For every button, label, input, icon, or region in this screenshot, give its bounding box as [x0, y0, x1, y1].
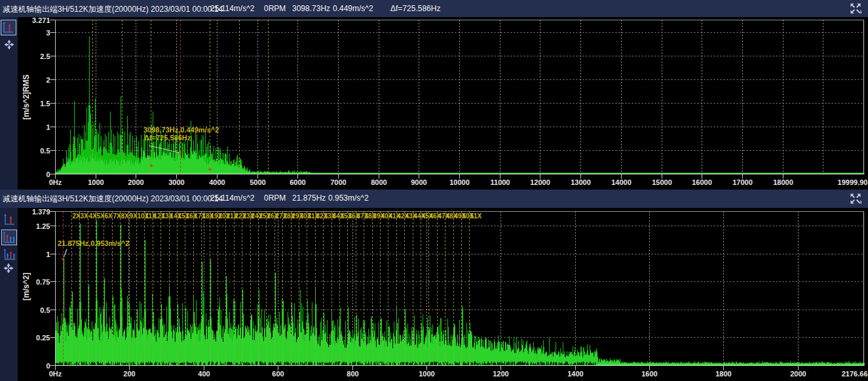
svg-text:0.25: 0.25 [36, 334, 50, 342]
svg-text:800: 800 [347, 370, 358, 378]
svg-text:4X: 4X [89, 212, 98, 220]
svg-text:16000: 16000 [692, 178, 712, 186]
svg-text:17000: 17000 [732, 178, 753, 186]
svg-text:2: 2 [46, 76, 50, 84]
svg-text:9000: 9000 [411, 178, 426, 186]
svg-text:3: 3 [46, 29, 50, 37]
svg-text:8X: 8X [121, 212, 130, 220]
svg-text:21.875Hz,0.953m/s^2: 21.875Hz,0.953m/s^2 [58, 239, 129, 247]
svg-text:5000: 5000 [250, 178, 265, 186]
svg-text:51X: 51X [470, 212, 482, 220]
svg-text:1200: 1200 [493, 370, 508, 378]
svg-text:1000: 1000 [88, 178, 104, 186]
svg-text:11000: 11000 [491, 178, 510, 186]
svg-text:8000: 8000 [371, 178, 387, 186]
svg-text:0Hz: 0Hz [49, 178, 62, 186]
svg-text:9X: 9X [130, 212, 138, 220]
svg-text:[m/s^2]RMS: [m/s^2]RMS [22, 74, 31, 119]
svg-text:0.5: 0.5 [40, 306, 50, 314]
svg-text:2000: 2000 [790, 370, 806, 378]
svg-text:18000: 18000 [773, 178, 793, 186]
svg-text:2X: 2X [73, 212, 81, 220]
svg-text:10000: 10000 [449, 178, 470, 186]
svg-text:7000: 7000 [330, 178, 346, 186]
svg-text:3.271: 3.271 [32, 17, 50, 24]
svg-text:1.5: 1.5 [40, 100, 50, 108]
svg-text:14000: 14000 [611, 178, 632, 186]
svg-text:2176.66: 2176.66 [842, 370, 868, 378]
svg-text:1.379: 1.379 [32, 208, 50, 216]
svg-text:6000: 6000 [290, 178, 305, 186]
svg-text:4000: 4000 [209, 178, 225, 186]
svg-text:Δf=725.586Hz: Δf=725.586Hz [144, 134, 191, 142]
svg-text:15000: 15000 [652, 178, 672, 186]
svg-text:1000: 1000 [419, 370, 434, 378]
svg-text:[m/s^2]: [m/s^2] [22, 273, 31, 300]
svg-text:0.75: 0.75 [36, 278, 50, 286]
svg-text:12000: 12000 [530, 178, 550, 186]
svg-text:1: 1 [46, 251, 50, 258]
svg-text:1600: 1600 [641, 370, 657, 378]
svg-text:0.5: 0.5 [40, 147, 50, 155]
svg-text:3098.73Hz,0.449m/s^2: 3098.73Hz,0.449m/s^2 [143, 126, 219, 134]
svg-text:1400: 1400 [567, 370, 583, 378]
svg-text:0: 0 [46, 170, 50, 178]
svg-text:0: 0 [46, 362, 50, 370]
svg-text:3X: 3X [81, 212, 89, 220]
svg-text:5X: 5X [97, 212, 105, 220]
svg-text:200: 200 [123, 370, 135, 378]
svg-text:6X: 6X [105, 212, 113, 220]
svg-text:2.5: 2.5 [40, 52, 50, 60]
svg-text:7X: 7X [113, 212, 122, 220]
svg-text:13000: 13000 [571, 178, 591, 186]
svg-text:1: 1 [46, 123, 50, 131]
svg-text:3000: 3000 [168, 178, 184, 186]
svg-text:600: 600 [272, 370, 284, 378]
svg-text:1.25: 1.25 [36, 222, 50, 230]
svg-text:19999.90: 19999.90 [838, 178, 868, 186]
svg-text:400: 400 [198, 370, 210, 378]
svg-text:0Hz: 0Hz [49, 370, 62, 378]
svg-text:1800: 1800 [715, 370, 731, 378]
svg-text:2000: 2000 [128, 178, 143, 186]
